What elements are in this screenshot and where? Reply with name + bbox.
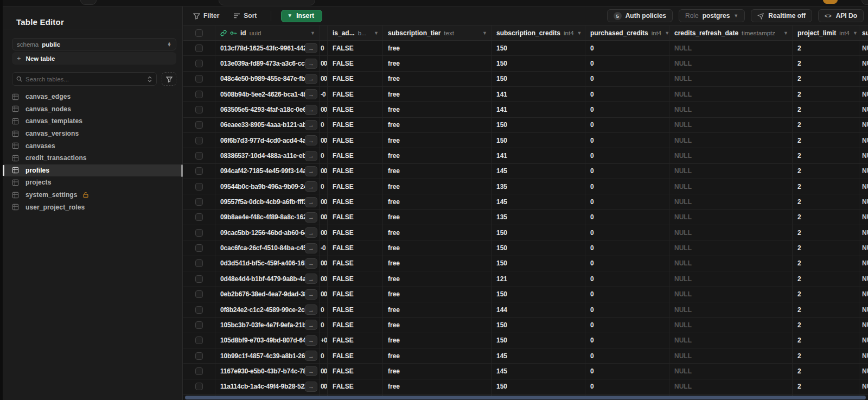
subscription-credits-cell[interactable]: 145 xyxy=(492,194,585,209)
is-admin-cell[interactable]: FALSE xyxy=(328,41,383,55)
subscription-tier-cell[interactable]: free xyxy=(383,256,492,271)
credits-refresh-date-cell[interactable]: NULL xyxy=(669,225,793,240)
expand-row-button[interactable]: → xyxy=(305,197,317,207)
subscription-tier-cell[interactable]: free xyxy=(383,148,492,163)
subscription-tier-cell[interactable]: free xyxy=(383,194,492,209)
row-checkbox[interactable] xyxy=(195,321,203,329)
is-admin-cell[interactable]: FALSE xyxy=(328,118,383,132)
subscription-tier-cell[interactable]: free xyxy=(383,118,492,132)
subscription-credits-cell[interactable]: 150 xyxy=(492,72,585,86)
expand-row-button[interactable]: → xyxy=(305,120,317,130)
row-checkbox[interactable] xyxy=(195,367,203,375)
credits-refresh-date-cell[interactable]: NULL xyxy=(669,72,793,86)
row-checkbox[interactable] xyxy=(195,137,203,144)
column-header-clipped-right[interactable]: su xyxy=(859,26,868,40)
column-header-id[interactable]: id uuid ▼ xyxy=(215,26,320,40)
project-limit-cell[interactable]: 2 xyxy=(793,164,859,179)
credits-refresh-date-cell[interactable]: NULL xyxy=(669,256,793,271)
id-cell[interactable]: 09544b0c-ba9b-496a-9b09-244... → xyxy=(215,179,320,194)
id-cell[interactable]: 0f8b24e2-c1c2-4589-99ce-2c52d... → xyxy=(215,302,320,317)
expand-row-button[interactable]: → xyxy=(305,166,317,176)
id-cell[interactable]: 11a114cb-1a4c-49f4-9b28-52219ec... → xyxy=(215,379,320,394)
subscription-credits-cell[interactable]: 141 xyxy=(492,102,585,117)
subscription-credits-cell[interactable]: 150 xyxy=(492,333,585,348)
project-limit-cell[interactable]: 2 xyxy=(793,379,859,394)
subscription-credits-cell[interactable]: 150 xyxy=(492,287,585,302)
purchased-credits-cell[interactable]: 0 xyxy=(585,118,669,132)
sidebar-table-item[interactable]: canvas_templates xyxy=(3,115,183,128)
purchased-credits-cell[interactable]: 0 xyxy=(585,225,669,240)
project-limit-cell[interactable]: 2 xyxy=(793,87,859,101)
column-header-clipped[interactable] xyxy=(320,26,328,40)
expand-row-button[interactable]: → xyxy=(305,382,317,392)
project-limit-cell[interactable]: 2 xyxy=(793,256,859,271)
subscription-tier-cell[interactable]: free xyxy=(383,210,492,225)
purchased-credits-cell[interactable]: 0 xyxy=(585,256,669,271)
subscription-tier-cell[interactable]: free xyxy=(383,72,492,86)
subscription-credits-cell[interactable]: 121 xyxy=(492,271,585,286)
column-menu-icon[interactable]: ▼ xyxy=(374,30,379,36)
column-menu-icon[interactable]: ▼ xyxy=(577,30,582,36)
row-checkbox[interactable] xyxy=(195,306,203,314)
project-limit-cell[interactable]: 2 xyxy=(793,333,859,348)
expand-row-button[interactable]: → xyxy=(305,335,317,346)
sidebar-table-item[interactable]: credit_transactions xyxy=(3,152,183,164)
purchased-credits-cell[interactable]: 0 xyxy=(585,148,669,163)
expand-row-button[interactable]: → xyxy=(305,135,317,145)
subscription-tier-cell[interactable]: free xyxy=(383,102,492,117)
purchased-credits-cell[interactable]: 0 xyxy=(585,164,669,179)
id-cell[interactable]: 10b99c1f-4857-4c39-a8b1-263b8... → xyxy=(215,348,320,363)
expand-row-button[interactable]: → xyxy=(305,304,317,315)
project-limit-cell[interactable]: 2 xyxy=(793,240,859,255)
column-header-purchased-credits[interactable]: purchased_credits int4 ▼ xyxy=(585,26,669,40)
is-admin-cell[interactable]: FALSE xyxy=(328,379,383,394)
api-docs-button[interactable]: <> API Do xyxy=(818,9,864,22)
credits-refresh-date-cell[interactable]: NULL xyxy=(669,210,793,225)
id-cell[interactable]: 08386537-10d4-488a-a11e-eb5a6... → xyxy=(215,148,320,163)
id-cell[interactable]: 063505e5-4293-4faf-a18c-0e65b... → xyxy=(215,102,320,117)
credits-refresh-date-cell[interactable]: NULL xyxy=(669,379,793,394)
subscription-credits-cell[interactable]: 141 xyxy=(492,87,585,101)
row-checkbox[interactable] xyxy=(195,121,203,129)
row-checkbox[interactable] xyxy=(195,336,203,344)
column-header-subscription-credits[interactable]: subscription_credits int4 ▼ xyxy=(492,26,585,40)
is-admin-cell[interactable]: FALSE xyxy=(328,333,383,348)
purchased-credits-cell[interactable]: 0 xyxy=(585,194,669,209)
expand-row-button[interactable]: → xyxy=(305,320,317,330)
select-all-checkbox[interactable] xyxy=(195,29,203,37)
subscription-credits-cell[interactable]: 144 xyxy=(492,302,585,317)
row-checkbox[interactable] xyxy=(195,167,203,175)
subscription-tier-cell[interactable]: free xyxy=(383,164,492,179)
id-cell[interactable]: 048c4e50-b989-455e-847e-fb2f... → xyxy=(215,72,320,86)
is-admin-cell[interactable]: FALSE xyxy=(328,210,383,225)
is-admin-cell[interactable]: FALSE xyxy=(328,87,383,101)
subscription-credits-cell[interactable]: 150 xyxy=(492,240,585,255)
row-checkbox[interactable] xyxy=(195,352,203,360)
is-admin-cell[interactable]: FALSE xyxy=(328,240,383,255)
id-cell[interactable]: 09557f5a-0dcb-4cb9-a6fb-fff366... → xyxy=(215,194,320,209)
expand-row-button[interactable]: → xyxy=(305,258,317,269)
purchased-credits-cell[interactable]: 0 xyxy=(585,287,669,302)
credits-refresh-date-cell[interactable]: NULL xyxy=(669,333,793,348)
subscription-credits-cell[interactable]: 145 xyxy=(492,364,585,378)
id-cell[interactable]: 09b8ae4e-f48c-4f89-8a8c-1629b... → xyxy=(215,210,320,225)
credits-refresh-date-cell[interactable]: NULL xyxy=(669,179,793,194)
purchased-credits-cell[interactable]: 0 xyxy=(585,318,669,332)
subscription-credits-cell[interactable]: 141 xyxy=(492,148,585,163)
purchased-credits-cell[interactable]: 0 xyxy=(585,56,669,71)
column-menu-icon[interactable]: ▼ xyxy=(853,30,858,36)
credits-refresh-date-cell[interactable]: NULL xyxy=(669,56,793,71)
role-select-button[interactable]: Role postgres ▼ xyxy=(679,9,745,22)
project-limit-cell[interactable]: 2 xyxy=(793,56,859,71)
sidebar-table-item[interactable]: user_project_roles xyxy=(3,201,183,213)
project-limit-cell[interactable]: 2 xyxy=(793,318,859,332)
subscription-tier-cell[interactable]: free xyxy=(383,271,492,286)
is-admin-cell[interactable]: FALSE xyxy=(328,348,383,363)
row-checkbox[interactable] xyxy=(195,75,203,82)
row-checkbox[interactable] xyxy=(195,45,203,52)
subscription-tier-cell[interactable]: free xyxy=(383,302,492,317)
purchased-credits-cell[interactable]: 0 xyxy=(585,364,669,378)
subscription-tier-cell[interactable]: free xyxy=(383,56,492,71)
expand-row-button[interactable]: → xyxy=(305,181,317,192)
subscription-credits-cell[interactable]: 135 xyxy=(492,210,585,225)
